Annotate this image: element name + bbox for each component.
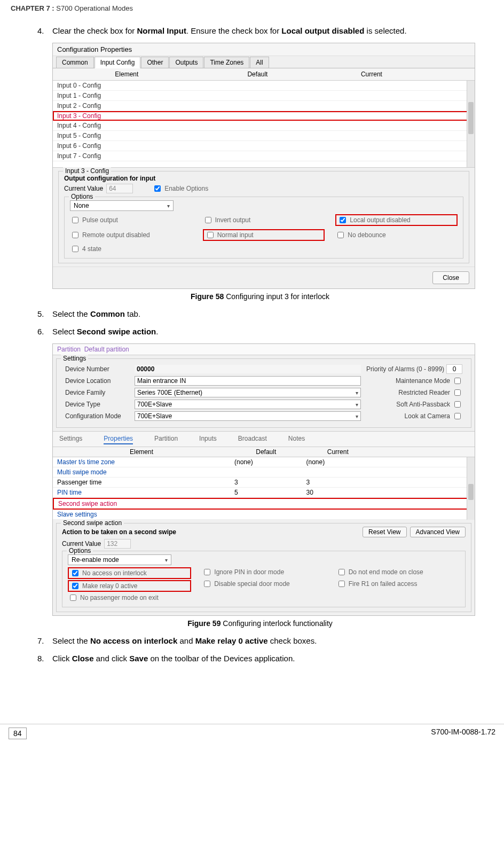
- list-item[interactable]: Input 5 - Config: [53, 131, 475, 141]
- properties-table-header: Element Default Current: [53, 447, 475, 457]
- properties-table[interactable]: Master t/s time zone(none)(none) Multi s…: [53, 457, 475, 520]
- list-item[interactable]: Input 7 - Config: [53, 151, 475, 161]
- settings-fieldset: Settings Device Number 00000 Priority of…: [56, 358, 471, 428]
- reset-view-button[interactable]: Reset View: [363, 527, 406, 537]
- local-output-disabled-checkbox[interactable]: Local output disabled: [337, 215, 410, 225]
- tab-time-zones[interactable]: Time Zones: [204, 57, 249, 68]
- scroll-track[interactable]: [467, 81, 475, 167]
- subtab-inputs[interactable]: Inputs: [199, 435, 217, 444]
- tab-all[interactable]: All: [250, 57, 269, 68]
- dialog-footer: Close: [53, 267, 475, 288]
- no-access-interlock-checkbox[interactable]: No access on interlock: [70, 568, 189, 578]
- subtab-broadcast[interactable]: Broadcast: [238, 435, 267, 444]
- dialog-title: Configuration Properties: [53, 43, 475, 56]
- current-value-input[interactable]: 132: [104, 539, 131, 549]
- enable-options-checkbox[interactable]: Enable Options: [152, 184, 208, 193]
- table-row[interactable]: Passenger time33: [53, 478, 475, 488]
- table-row-selected[interactable]: Second swipe action: [53, 498, 475, 510]
- tab-strip: Common Input Config Other Outputs Time Z…: [53, 56, 475, 68]
- list-item[interactable]: Input 2 - Config: [53, 101, 475, 111]
- table-header: Element Default Current: [53, 68, 475, 81]
- anti-passback-checkbox[interactable]: [454, 401, 461, 408]
- table-row[interactable]: Multi swipe mode: [53, 467, 475, 478]
- invert-output-checkbox[interactable]: Invert output: [203, 214, 325, 226]
- input3-section: Input 3 - Config Output configuration fo…: [58, 171, 469, 263]
- scroll-track[interactable]: [467, 457, 475, 520]
- fire-r1-checkbox[interactable]: Fire R1 on failed access: [336, 579, 460, 589]
- step-8: 8. Click Close and click Save on the too…: [37, 653, 483, 664]
- partition-bar: Partition Default partition: [53, 344, 475, 355]
- device-properties-panel: Partition Default partition Settings Dev…: [52, 343, 475, 616]
- normal-input-checkbox[interactable]: Normal input: [205, 230, 254, 240]
- device-location-input[interactable]: Main entrance IN: [135, 376, 361, 386]
- list-item[interactable]: Input 0 - Config: [53, 81, 475, 91]
- no-debounce-checkbox[interactable]: No debounce: [335, 229, 458, 241]
- scroll-thumb[interactable]: [468, 484, 474, 500]
- subtab-settings[interactable]: Settings: [59, 435, 82, 444]
- step-7: 7. Select the No access on interlock and…: [37, 635, 483, 646]
- tab-common[interactable]: Common: [56, 57, 94, 68]
- maintenance-mode-checkbox[interactable]: [454, 378, 461, 384]
- list-item[interactable]: Input 4 - Config: [53, 121, 475, 131]
- pulse-output-checkbox[interactable]: Pulse output: [70, 214, 192, 226]
- config-mode-dropdown[interactable]: 700E+Slave: [135, 411, 361, 421]
- device-family-dropdown[interactable]: Series 700E (Ethernet): [135, 388, 361, 397]
- step-5: 5. Select the Common tab.: [37, 308, 483, 319]
- page-number: 84: [9, 728, 27, 739]
- config-properties-dialog: Configuration Properties Common Input Co…: [52, 43, 475, 289]
- subtab-partition[interactable]: Partition: [154, 435, 178, 444]
- make-relay-0-checkbox[interactable]: Make relay 0 active: [70, 581, 189, 591]
- subtab-notes[interactable]: Notes: [288, 435, 305, 444]
- priority-input[interactable]: 0: [446, 364, 462, 374]
- table-row[interactable]: PIN time530: [53, 488, 475, 498]
- list-item[interactable]: Input 6 - Config: [53, 141, 475, 151]
- disable-special-checkbox[interactable]: Disable special door mode: [202, 579, 325, 589]
- subtab-properties[interactable]: Properties: [104, 435, 133, 444]
- list-item[interactable]: Input 1 - Config: [53, 91, 475, 101]
- tab-outputs[interactable]: Outputs: [169, 57, 203, 68]
- close-button[interactable]: Close: [432, 271, 469, 284]
- device-number-field: 00000: [135, 365, 361, 373]
- tab-input-config[interactable]: Input Config: [94, 57, 141, 68]
- page-footer: 84 S700-IM-0088-1.72: [0, 724, 504, 742]
- input-list[interactable]: Input 0 - Config Input 1 - Config Input …: [53, 81, 475, 168]
- table-row[interactable]: Master t/s time zone(none)(none): [53, 457, 475, 467]
- chapter-label: CHAPTER 7 :: [11, 4, 54, 12]
- four-state-checkbox[interactable]: 4 state: [70, 244, 192, 254]
- options-section-2: Options Re-enable mode No access on inte…: [62, 551, 466, 607]
- step-4: 4. Clear the check box for Normal Input.…: [37, 25, 483, 36]
- advanced-view-button[interactable]: Advanced View: [410, 527, 466, 537]
- doc-id: S700-IM-0088-1.72: [431, 728, 495, 739]
- figure-59-caption: Figure 59 Configuring interlock function…: [37, 619, 483, 628]
- scroll-thumb[interactable]: [468, 102, 474, 134]
- device-type-dropdown[interactable]: 700E+Slave: [135, 400, 361, 409]
- step-6: 6. Select Second swipe action.: [37, 326, 483, 337]
- list-item-selected[interactable]: Input 3 - Config: [53, 111, 475, 121]
- look-at-camera-checkbox[interactable]: [454, 413, 461, 419]
- table-row[interactable]: Slave settings: [53, 510, 475, 520]
- chapter-title: S700 Operational Modes: [56, 4, 133, 12]
- options-dropdown[interactable]: None: [70, 200, 174, 211]
- second-swipe-section: Second swipe action Action to be taken o…: [56, 523, 471, 612]
- tab-other[interactable]: Other: [141, 57, 169, 68]
- no-passenger-mode-checkbox[interactable]: No passenger mode on exit: [68, 593, 191, 603]
- current-value-input[interactable]: 64: [106, 184, 133, 193]
- figure-58-caption: Figure 58 Configuring input 3 for interl…: [37, 292, 483, 301]
- reenable-mode-dropdown[interactable]: Re-enable mode: [68, 554, 171, 565]
- remote-output-disabled-checkbox[interactable]: Remote output disabled: [70, 229, 192, 241]
- restricted-reader-checkbox[interactable]: [454, 389, 461, 396]
- ignore-pin-checkbox[interactable]: Ignore PIN in door mode: [202, 567, 325, 577]
- do-not-end-checkbox[interactable]: Do not end mode on close: [336, 567, 460, 577]
- options-section: Options None Pulse output Invert output …: [64, 197, 463, 259]
- subtabs: Settings Properties Partition Inputs Bro…: [53, 431, 475, 447]
